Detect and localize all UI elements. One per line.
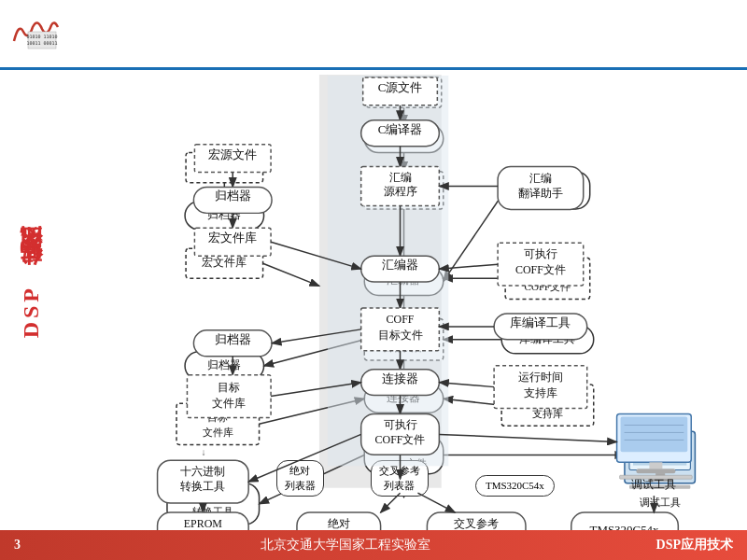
exec-coff1-box [505, 258, 590, 299]
eprom-box-label: EPROM编程器 [177, 460, 230, 497]
asm-helper-label2: 翻译助手 [527, 192, 568, 203]
coff-label2: 目标文件 [384, 342, 425, 353]
tms-label: TMS320C54x [475, 475, 555, 497]
diagram: C源文件 C编译器 宏源文件 归档器 宏文件库 [61, 70, 747, 530]
main-content: DSP代码开发流图 C源文件 C编译器 宏源文件 [0, 70, 747, 530]
svg-line-8 [263, 263, 319, 286]
archiver2-label: 归档器 [207, 358, 241, 371]
runtime-lib-box [501, 385, 594, 426]
lib-compiler-label: 库编译工具 [519, 332, 575, 345]
assembler-label: 汇编器 [388, 273, 421, 287]
asm-source-label1: 汇编 [394, 177, 415, 189]
obj-lib-box [176, 403, 260, 444]
coff-label1: COFF [391, 327, 417, 338]
svg-text:01010 11010: 01010 11010 [26, 34, 57, 39]
header: 01010 11010 10011 00011 [0, 0, 747, 70]
tms-area: TMS320C54x [475, 475, 555, 497]
logo-icon: 01010 11010 10011 00011 [9, 18, 61, 50]
abs-lister-label: 绝对列表器 [276, 460, 324, 497]
obj-lib-label1: 目标 [207, 412, 228, 423]
svg-line-16 [444, 399, 501, 405]
abs-lister-area: 绝对列表器 [276, 460, 324, 497]
logo-area: 01010 11010 10011 00011 [9, 18, 121, 50]
exec-coff1-label2: COFF文件 [525, 281, 571, 292]
asm-source-label2: 源程序 [388, 192, 419, 203]
asm-helper-label1: 汇编 [537, 177, 557, 189]
archiver1-label: 归档器 [207, 208, 241, 221]
sidebar-title: DSP代码开发流图 [16, 262, 46, 338]
obj-lib-label2: 文件库 [203, 427, 233, 438]
c-compiler-label: C编译器 [383, 131, 424, 144]
hex-tool-bottom: ↓ EPROM编程器 [177, 447, 230, 497]
svg-line-13 [444, 190, 505, 282]
runtime-label2: 支持库 [532, 408, 563, 419]
xref-lister-area: 交叉参考列表器 [371, 460, 429, 497]
c-source-label: C源文件 [383, 85, 424, 98]
footer-title: 北京交通大学国家工程实验室 [35, 537, 656, 553]
debug-tool-label: 调试工具 [640, 497, 681, 508]
hex-conv-label2: 转换工具 [192, 506, 233, 517]
exec-coff1-label1: 可执行 [532, 266, 563, 277]
macro-lib-label: 宏文件库 [202, 256, 247, 269]
linker-label: 连接器 [388, 391, 421, 404]
coff-obj-box [364, 319, 444, 360]
footer: 3 北京交通大学国家工程实验室 DSP应用技术 [0, 530, 747, 560]
xref-lister-label: 交叉参考列表器 [371, 460, 429, 497]
footer-page-number: 3 [14, 538, 21, 553]
sidebar: DSP代码开发流图 [0, 70, 61, 530]
svg-text:10011 00011: 10011 00011 [26, 40, 57, 46]
macro-source-label: 宏源文件 [202, 160, 247, 173]
footer-right-label: DSP应用技术 [656, 537, 733, 553]
runtime-label1: 运行时间 [527, 393, 568, 404]
